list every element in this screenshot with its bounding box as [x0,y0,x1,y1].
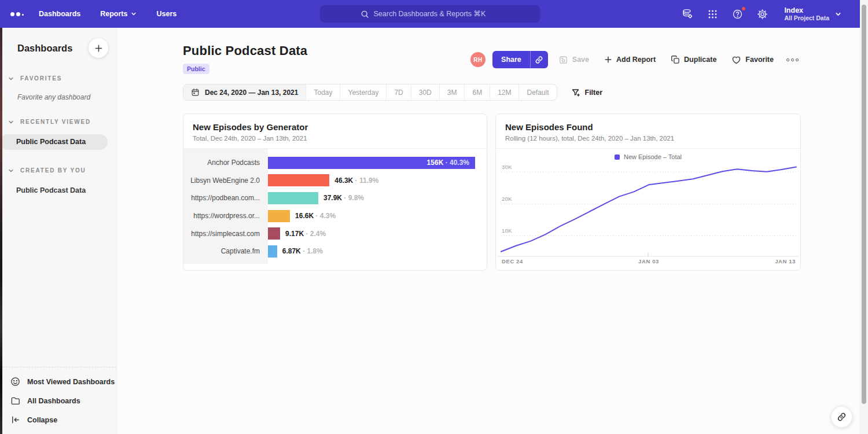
bar-row: https://podbean.com...37.9K · 9.8% [183,189,487,207]
more-actions-button[interactable] [784,54,801,66]
bar-track: 156K · 40.3% [268,157,475,169]
logo-dot [22,14,24,16]
add-report-button[interactable]: Add Report [599,52,660,67]
smiley-icon [10,377,20,387]
preset-yesterday[interactable]: Yesterday [340,84,387,100]
share-button[interactable]: Share [492,51,530,68]
sidebar-title: Dashboards [17,43,72,54]
all-dashboards-button[interactable]: All Dashboards [0,391,116,410]
apps-grid-icon[interactable] [707,9,718,20]
nav-item-dashboards[interactable]: Dashboards [39,10,80,18]
bar-track: 9.17K · 2.4% [268,227,475,240]
add-dashboard-button[interactable] [89,38,108,58]
bar[interactable] [268,210,290,222]
x-tick-label: JAN 03 [638,258,659,264]
preset-30d[interactable]: 30D [411,84,440,100]
data-sources-icon[interactable] [682,8,693,20]
preset-default[interactable]: Default [519,84,556,100]
main-area: Public Podcast Data Public RH Share Save [117,28,860,434]
line-chart: New Episode – Total DEC 24 JAN 03 JAN 13… [496,150,800,271]
filter-button[interactable]: Filter [571,88,603,97]
global-search[interactable] [320,5,540,23]
card-title: New Episodes Found [505,122,791,132]
project-name: Index [784,6,829,14]
button-label: Save [572,56,589,64]
chevron-down-icon [8,76,14,82]
bar-row: Captivate.fm6.87K · 1.8% [183,242,487,260]
preset-7d[interactable]: 7D [387,84,411,100]
copy-link-fab[interactable] [831,406,852,428]
chart-legend: New Episode – Total [496,150,800,164]
bar-value-label: 37.9K · 9.8% [323,194,364,202]
card-new-episodes-found: New Episodes Found Rolling (12 hours), t… [495,113,801,271]
preset-12m[interactable]: 12M [490,84,519,100]
section-created-by-you[interactable]: CREATED BY YOU [0,167,116,174]
section-favorites[interactable]: FAVORITES [0,75,116,82]
bar-row: Anchor Podcasts156K · 40.3% [183,154,487,172]
project-switcher[interactable]: Index All Project Data [784,6,841,21]
heart-icon [731,55,741,65]
sidebar-item-public-podcast-data[interactable]: Public Podcast Data [0,134,108,150]
favorite-button[interactable]: Favorite [727,52,778,68]
avatar[interactable]: RH [470,52,486,67]
footer-item-label: All Dashboards [27,397,80,405]
nav-item-reports[interactable]: Reports [100,10,137,18]
bar[interactable] [268,174,329,186]
scrollbar-thumb[interactable] [862,5,866,404]
date-range-label: Dec 24, 2020 — Jan 13, 2021 [205,89,298,97]
date-range-picker[interactable]: Dec 24, 2020 — Jan 13, 2021 [183,84,306,100]
background-window-edge [0,24,2,434]
plus-icon [94,44,103,53]
bar-row: https://simplecast.com9.17K · 2.4% [183,225,487,242]
section-recently-viewed[interactable]: RECENTLY VIEWED [0,119,116,125]
folder-icon [10,396,20,406]
bar-track: 37.9K · 9.8% [268,192,475,204]
bar[interactable]: 156K · 40.3% [268,157,475,169]
bar-row: Libsyn WebEngine 2.046.3K · 11.9% [183,172,487,190]
bar[interactable] [268,192,318,204]
line-plot-area[interactable]: DEC 24 JAN 03 JAN 13 10K20K30K [496,164,800,269]
x-axis-labels: DEC 24 JAN 03 JAN 13 [502,256,796,266]
nav-label: Users [156,10,176,18]
line-series [496,164,800,269]
nav-utilities: Index All Project Data [682,0,852,28]
bar-track: 6.87K · 1.8% [268,245,475,258]
button-label: Duplicate [684,56,716,64]
page-scrollbar[interactable] [860,0,868,434]
top-navbar: Dashboards Reports Users [0,0,860,28]
settings-gear-icon[interactable] [757,9,768,20]
preset-today[interactable]: Today [306,84,340,100]
bar[interactable] [268,245,277,258]
collapse-sidebar-button[interactable]: Collapse [0,410,116,429]
chevron-down-icon [835,11,841,17]
help-icon[interactable] [732,9,743,20]
link-icon [535,56,543,64]
bar-category-label: Libsyn WebEngine 2.0 [183,176,268,185]
bar-value-label: 156K · 40.3% [427,159,469,167]
nav-item-users[interactable]: Users [156,10,176,18]
line-series-path[interactable] [501,167,796,252]
card-title: New Episodes by Generator [193,122,477,132]
y-tick-label: 10K [502,227,512,234]
date-range-control: Dec 24, 2020 — Jan 13, 2021 Today Yester… [183,84,557,101]
search-icon [361,10,369,19]
save-button[interactable]: Save [554,52,594,68]
legend-swatch [615,155,620,160]
section-label: FAVORITES [20,75,62,82]
page-actions: RH Share Save Add Report [470,51,801,68]
duplicate-button[interactable]: Duplicate [666,52,721,68]
search-input[interactable] [374,10,500,18]
card-subtitle: Total, Dec 24th, 2020 – Jan 13th, 2021 [193,135,477,142]
share-link-button[interactable] [530,51,548,68]
x-tick-label: JAN 13 [775,258,796,264]
brand-logo[interactable] [10,12,24,16]
more-dots-icon [786,58,789,61]
bar[interactable] [268,227,280,240]
most-viewed-dashboards-button[interactable]: Most Viewed Dashboards [0,372,116,391]
bar-value-label: 16.6K · 4.3% [295,212,336,220]
preset-6m[interactable]: 6M [465,84,490,100]
bar-category-label: https://podbean.com... [183,194,268,202]
preset-3m[interactable]: 3M [440,84,465,100]
bar-value-label: 6.87K · 1.8% [282,247,323,255]
sidebar-item-public-podcast-data[interactable]: Public Podcast Data [0,183,116,198]
